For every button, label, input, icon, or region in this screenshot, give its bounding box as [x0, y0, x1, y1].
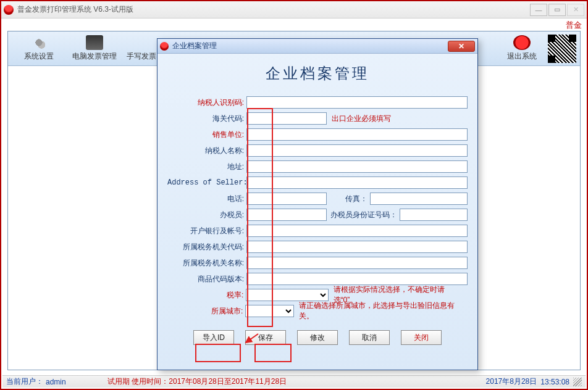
status-user: admin	[46, 378, 107, 386]
cancel-button[interactable]: 取消	[349, 330, 390, 345]
label-tax-officer: 办税员:	[167, 210, 246, 220]
main-titlebar: 普金发票打印管理系统 V6.3-试用版 — ▭ ✕	[1, 1, 587, 19]
input-product-code-ver[interactable]	[246, 273, 468, 285]
app-icon	[4, 5, 14, 15]
input-seller-unit[interactable]	[246, 128, 468, 141]
status-date: 2017年8月28日	[486, 376, 537, 387]
power-icon	[513, 35, 531, 50]
qr-code	[548, 35, 576, 63]
ribbon-label: 电脑发票管理	[72, 51, 117, 62]
label-address: 地址:	[167, 162, 246, 172]
brand-badge: 普金	[566, 20, 582, 31]
dialog-close-button[interactable]: ✕	[448, 41, 475, 52]
status-time: 13:53:08	[540, 378, 569, 386]
close-button[interactable]: 关闭	[401, 330, 442, 345]
dialog-form: 纳税人识别码: 海关代码: 出口企业必须填写 销售单位: 纳税人名称: 地址:	[158, 94, 477, 319]
edit-icon	[133, 35, 150, 50]
import-id-button[interactable]: 导入ID	[193, 330, 234, 345]
label-phone: 电话:	[167, 194, 246, 204]
ribbon-item-handwrite[interactable]: 手写发票	[123, 34, 160, 63]
input-phone[interactable]	[246, 193, 327, 205]
input-taxpayer-name[interactable]	[246, 144, 468, 157]
label-taxpayer-name: 纳税人名称:	[167, 146, 246, 156]
input-address-en[interactable]	[246, 176, 468, 189]
minimize-button[interactable]: —	[530, 4, 547, 16]
label-city: 所属城市:	[167, 306, 245, 317]
select-tax-rate[interactable]	[246, 289, 328, 301]
ribbon-label: 手写发票	[127, 51, 156, 62]
label-customs-code: 海关代码:	[167, 114, 246, 124]
app-title: 普金发票打印管理系统 V6.3-试用版	[17, 4, 133, 15]
input-officer-id[interactable]	[400, 209, 468, 221]
hint-customs-code: 出口企业必须填写	[332, 114, 391, 124]
status-user-label: 当前用户：	[6, 376, 43, 387]
select-city[interactable]	[245, 305, 294, 317]
dialog-button-row: 导入ID 保存 修改 取消 关闭	[158, 319, 477, 354]
label-fax: 传真：	[327, 194, 370, 204]
input-tax-org-code[interactable]	[246, 241, 468, 253]
resize-grip-icon	[573, 378, 582, 386]
label-seller-unit: 销售单位:	[167, 130, 246, 140]
ribbon-item-invoice-manage[interactable]: 电脑发票管理	[67, 34, 122, 63]
label-product-code-ver: 商品代码版本:	[167, 274, 246, 284]
input-tax-officer[interactable]	[246, 209, 327, 221]
input-address[interactable]	[246, 160, 468, 173]
printer-icon	[86, 35, 103, 50]
label-officer-id: 办税员身份证号码：	[327, 210, 400, 220]
hint-city: 请正确选择所属城市，此选择与导出验旧信息有关。	[299, 301, 468, 322]
ribbon-label: 退出系统	[507, 51, 537, 62]
close-window-button[interactable]: ✕	[567, 4, 584, 16]
settings-icon	[30, 35, 48, 50]
label-tax-org-name: 所属税务机关名称:	[167, 258, 246, 268]
input-taxpayer-id[interactable]	[246, 96, 468, 109]
status-bar: 当前用户： admin 试用期 使用时间：2017年08月28日至2017年11…	[2, 375, 586, 388]
dialog-title: 企业档案管理	[172, 41, 217, 51]
ribbon-item-system-settings[interactable]: 系统设置	[12, 34, 66, 63]
main-window: 普金发票打印管理系统 V6.3-试用版 — ▭ ✕ 普金 系统设置 电脑发票管理	[0, 0, 588, 390]
save-button[interactable]: 保存	[245, 330, 286, 345]
label-tax-org-code: 所属税务机关代码:	[167, 242, 246, 252]
enterprise-archive-dialog: 企业档案管理 ✕ 企业档案管理 纳税人识别码: 海关代码: 出口企业必须填写 销…	[157, 38, 478, 370]
dialog-heading: 企业档案管理	[158, 54, 477, 94]
dialog-icon	[160, 42, 169, 51]
status-trial: 试用期 使用时间：2017年08月28日至2017年11月28日	[107, 376, 287, 387]
label-address-en: Address of Seller:	[167, 178, 246, 187]
input-customs-code[interactable]	[246, 112, 327, 125]
maximize-button[interactable]: ▭	[548, 4, 566, 16]
ribbon-item-exit[interactable]: 退出系统	[502, 34, 542, 63]
label-tax-rate: 税率:	[167, 290, 246, 301]
input-bank-account[interactable]	[246, 225, 468, 237]
label-bank-account: 开户银行及帐号:	[167, 226, 246, 236]
ribbon-label: 系统设置	[24, 51, 54, 62]
modify-button[interactable]: 修改	[297, 330, 338, 345]
input-tax-org-name[interactable]	[246, 257, 468, 269]
input-fax[interactable]	[370, 193, 468, 205]
dialog-titlebar[interactable]: 企业档案管理 ✕	[158, 39, 477, 54]
label-taxpayer-id: 纳税人识别码:	[167, 98, 246, 108]
